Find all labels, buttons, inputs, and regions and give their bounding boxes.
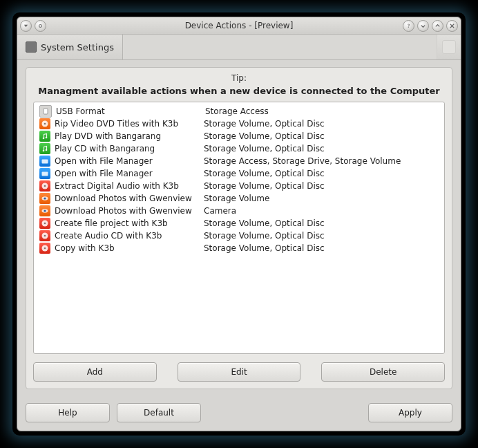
list-item[interactable]: Play CD with BangarangStorage Volume, Op… [34,142,444,155]
action-desc: Storage Volume, Optical Disc [204,231,439,241]
main-panel: Tip: Managment available actions when a … [26,67,452,389]
gwenview-icon [39,205,50,216]
system-settings-label: System Settings [41,42,114,53]
action-name: Copy with K3b [55,243,204,253]
action-name: Open with File Manager [55,156,204,166]
action-desc: Storage Volume, Optical Disc [204,181,439,191]
maximize-button[interactable] [432,20,443,32]
titlebar: Device Actions - [Preview] ? [17,17,461,35]
action-name: USB Format [56,106,205,116]
action-desc: Storage Volume, Optical Disc [204,119,439,129]
add-button[interactable]: Add [33,362,157,382]
minimize-button[interactable] [417,20,429,32]
svg-rect-2 [44,109,48,114]
svg-rect-10 [42,172,48,176]
svg-point-8 [46,149,48,151]
action-desc: Storage Volume, Optical Disc [204,243,439,253]
help-button[interactable]: Help [26,403,110,422]
list-item[interactable]: Rip Video DVD Titles with K3bStorage Vol… [34,118,444,130]
svg-point-4 [44,123,46,125]
svg-point-5 [43,138,45,140]
list-item[interactable]: Extract Digital Audio with K3bStorage Vo… [34,180,444,192]
action-name: Play CD with Bangarang [55,144,204,153]
svg-rect-9 [42,160,48,164]
tip-label: Tip: [33,73,445,83]
action-desc: Storage Access [205,106,439,116]
help-titlebar-button[interactable]: ? [403,20,414,32]
action-desc: Storage Volume, Optical Disc [204,169,439,178]
list-item[interactable]: Open with File ManagerStorage Access, St… [34,155,444,167]
action-desc: Storage Volume, Optical Disc [204,218,439,228]
default-button[interactable]: Default [117,403,201,422]
k3b-icon [39,230,50,241]
svg-point-0 [39,24,42,27]
action-name: Download Photos with Gwenview [55,194,204,203]
svg-point-16 [44,209,46,212]
list-item[interactable]: Play DVD with BangarangStorage Volume, O… [34,130,444,142]
system-settings-icon [26,41,37,53]
actions-list[interactable]: USB FormatStorage AccessRip Video DVD Ti… [33,102,445,354]
apply-button[interactable]: Apply [368,403,452,422]
window: Device Actions - [Preview] ? System Sett… [17,17,461,431]
action-name: Play DVD with Bangarang [55,131,204,141]
action-name: Rip Video DVD Titles with K3b [55,119,204,129]
panel-headline: Managment available actions when a new d… [33,86,445,96]
window-menu-button[interactable] [20,20,32,32]
list-item[interactable]: USB FormatStorage Access [34,105,444,118]
edit-button[interactable]: Edit [178,362,301,382]
k3b-icon [39,118,50,129]
svg-point-6 [46,137,48,139]
list-item[interactable]: Copy with K3bStorage Volume, Optical Dis… [34,242,444,254]
k3b-icon [39,218,50,229]
svg-point-12 [44,185,46,187]
window-title: Device Actions - [Preview] [17,21,461,30]
action-name: Create file project with K3b [55,218,204,228]
bangarang-icon [39,131,50,142]
system-settings-button[interactable]: System Settings [17,35,123,59]
k3b-icon [39,243,50,254]
delete-button[interactable]: Delete [321,362,445,382]
svg-point-7 [43,150,45,152]
keep-above-button[interactable] [35,20,46,32]
list-item[interactable]: Download Photos with GwenviewStorage Vol… [34,192,444,205]
usb-drive-icon [39,105,52,118]
action-desc: Storage Volume [204,194,439,203]
action-desc: Storage Access, Storage Drive, Storage V… [204,156,439,166]
action-name: Extract Digital Audio with K3b [55,181,204,191]
configure-icon [442,40,456,54]
action-name: Create Audio CD with K3b [55,231,204,241]
action-desc: Camera [204,206,439,216]
action-name: Open with File Manager [55,169,204,178]
action-name: Download Photos with Gwenview [55,206,204,216]
svg-point-20 [44,235,46,237]
action-desc: Storage Volume, Optical Disc [204,144,439,153]
toolbar-configure-button[interactable] [437,35,461,59]
footer: Help Default Apply [17,398,461,431]
list-action-buttons: Add Edit Delete [33,362,445,382]
close-button[interactable] [446,20,458,32]
toolbar: System Settings [17,35,461,60]
file-manager-icon [39,168,50,179]
list-item[interactable]: Download Photos with GwenviewCamera [34,205,444,217]
svg-point-18 [44,223,46,225]
action-desc: Storage Volume, Optical Disc [204,131,439,141]
bangarang-icon [39,143,50,154]
content-area: Tip: Managment available actions when a … [17,60,461,398]
svg-point-14 [44,197,46,199]
gwenview-icon [39,193,50,204]
file-manager-icon [39,156,50,167]
k3b-icon [39,180,50,192]
svg-text:?: ? [408,23,410,29]
list-item[interactable]: Create Audio CD with K3bStorage Volume, … [34,230,444,242]
list-item[interactable]: Create file project with K3bStorage Volu… [34,217,444,230]
svg-point-22 [44,248,46,250]
list-item[interactable]: Open with File ManagerStorage Volume, Op… [34,167,444,180]
